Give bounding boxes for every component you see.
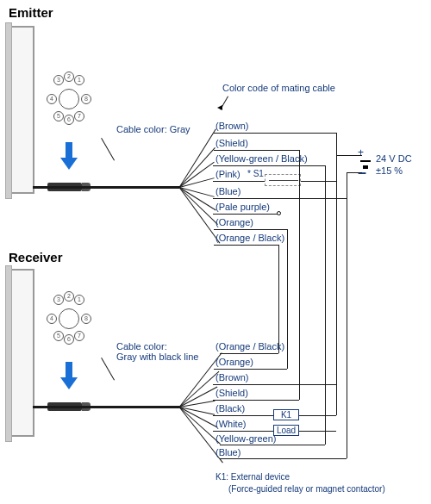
psu-plus: + — [358, 146, 364, 159]
em-wire-3: (Pink) — [216, 169, 240, 179]
pin-4: 4 — [47, 94, 57, 104]
pin-6: 6 — [64, 115, 74, 125]
em-hw-3b — [301, 181, 336, 182]
rpin-2: 2 — [64, 291, 74, 302]
emitter-cable-leader — [101, 138, 115, 160]
pin-5: 5 — [53, 111, 64, 121]
em-hw-4 — [213, 198, 347, 199]
psu-neg-rail — [347, 172, 347, 458]
s1-switch — [265, 174, 301, 186]
em-wire-2: (Yellow-green / Black) — [216, 153, 308, 164]
rw-6: (Yellow-green) — [216, 433, 277, 444]
receiver-device — [9, 269, 34, 437]
rhw-5b — [299, 431, 336, 432]
rpin-8: 8 — [81, 314, 91, 324]
emitter-fan-5 — [179, 187, 216, 210]
rhw-7 — [220, 458, 347, 459]
callout-color-code: Color code of mating cable — [222, 83, 335, 93]
em-hw-3 — [213, 181, 265, 182]
em-hw-7 — [214, 245, 278, 246]
em-hw-0 — [214, 133, 336, 134]
callout-arrowhead — [217, 105, 222, 110]
footer-line1: K1: External device — [216, 472, 290, 482]
receiver-cable-leader — [101, 358, 115, 380]
receiver-title: Receiver — [9, 250, 63, 264]
footer-line2: (Force-guided relay or magnet contactor) — [228, 484, 385, 494]
comm-link-2 — [287, 229, 288, 369]
rhw-3 — [213, 400, 299, 401]
em-wire-6: (Orange) — [216, 217, 253, 227]
rhw-5 — [213, 431, 273, 432]
rw-0: (Orange / Black) — [216, 341, 284, 352]
receiver-pin-cluster: 1 2 3 4 5 6 7 8 — [43, 293, 95, 345]
receiver-arrow-icon — [60, 362, 78, 391]
emitter-arrow-icon — [60, 142, 78, 171]
emitter-pin-cluster: 1 2 3 4 5 6 7 8 — [43, 73, 95, 125]
em-hw-1 — [214, 150, 300, 151]
rhw-4b — [299, 415, 336, 416]
emitter-cable-color: Cable color: Gray — [116, 124, 191, 134]
psu-neg-join — [347, 172, 362, 173]
emitter-device — [9, 26, 34, 194]
rpin-3: 3 — [53, 295, 64, 305]
pin-2: 2 — [64, 72, 74, 82]
rw-2: (Brown) — [216, 372, 249, 383]
rpin-7: 7 — [74, 331, 84, 341]
rhw-4 — [213, 415, 273, 416]
pin-8: 8 — [81, 94, 91, 104]
em-hw-5 — [213, 214, 278, 215]
em-hw-5-open — [277, 211, 281, 215]
em-wire-5: (Pale purple) — [216, 202, 270, 212]
rpin-1: 1 — [74, 295, 84, 305]
emitter-title: Emitter — [9, 5, 53, 20]
psu-pos-join — [336, 155, 362, 156]
psu-tolerance: ±15 % — [376, 165, 403, 176]
rhw-6 — [220, 445, 325, 445]
rhw-1 — [214, 369, 287, 370]
rpin-5: 5 — [53, 331, 64, 341]
pin-7: 7 — [74, 111, 84, 121]
receiver-trunk-wire — [33, 406, 179, 408]
rpin-4: 4 — [47, 314, 57, 324]
rw-4: (Black) — [216, 403, 245, 414]
pin-3: 3 — [53, 75, 64, 85]
em-hw-2 — [213, 165, 325, 166]
rw-5: (White) — [216, 419, 246, 429]
rhw-2 — [213, 384, 336, 385]
em-wire-3-note: * S1 — [247, 169, 264, 178]
em-wire-4: (Blue) — [216, 186, 240, 196]
rw-7: (Blue) — [216, 447, 240, 457]
pin-1: 1 — [74, 75, 84, 85]
load-box: Load — [273, 425, 299, 436]
rhw-0 — [220, 353, 278, 354]
rshield-drop — [299, 150, 300, 400]
comm-link-1 — [278, 245, 279, 353]
emitter-trunk-wire — [33, 186, 179, 189]
psu-pos-rail — [336, 133, 337, 415]
em-wire-7: (Orange / Black) — [216, 233, 284, 243]
em-yg-drop — [325, 165, 326, 445]
rw-3: (Shield) — [216, 388, 248, 398]
em-hw-6 — [214, 229, 287, 230]
k1-box: K1 — [273, 409, 299, 420]
receiver-cable-color: Cable color: Gray with black line — [116, 341, 198, 362]
em-wire-1: (Shield) — [216, 138, 248, 148]
em-wire-0: (Brown) — [216, 121, 249, 131]
rpin-6: 6 — [64, 334, 74, 345]
rw-1: (Orange) — [216, 357, 253, 367]
psu-voltage: 24 V DC — [376, 153, 412, 164]
